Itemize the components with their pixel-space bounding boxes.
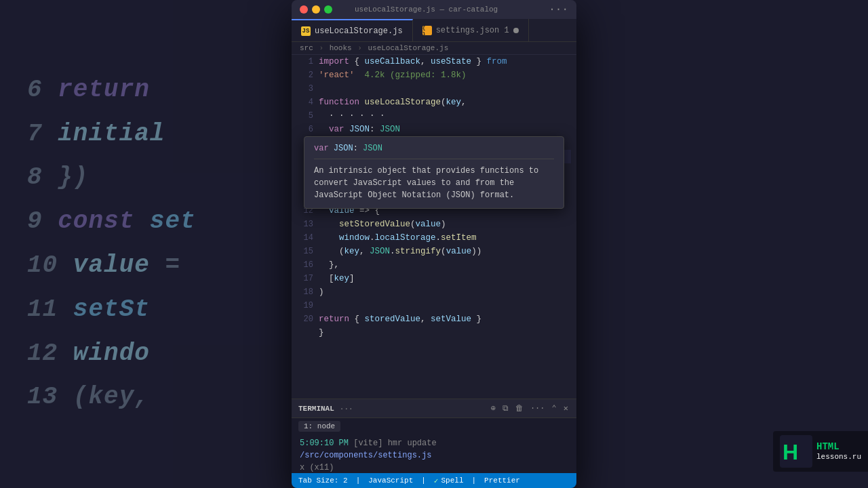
ln-16: 16	[292, 258, 313, 272]
code-line-14: },	[319, 258, 571, 272]
status-tab-size[interactable]: Tab Size: 2	[298, 476, 348, 485]
code-line-1b: 'react' 4.2k (gzipped: 1.8k)	[319, 68, 571, 82]
watermark-text: HTML lessons.ru	[816, 441, 861, 462]
watermark-lessons-text: lessons.ru	[816, 453, 861, 462]
terminal-panel: TERMINAL ··· ⊕ ⧉ 🗑 ··· ⌃ ✕ 1: node 5:09:…	[292, 399, 576, 473]
tooltip-description: An intrinsic object that provides functi…	[314, 165, 554, 201]
status-language[interactable]: JavaScript	[368, 476, 413, 485]
breadcrumb-sep-2: ›	[357, 44, 366, 52]
code-line-1: import { useCallback, useState } from	[319, 55, 571, 68]
terminal-repeat-text: x (x11)	[300, 463, 334, 472]
status-prettier[interactable]: Prettier	[484, 476, 520, 485]
code-line-20	[319, 340, 571, 353]
breadcrumb-sep-1: ›	[319, 44, 328, 52]
tooltip-colon: :	[353, 144, 363, 153]
status-sep-1: |	[356, 476, 361, 485]
code-content: import { useCallback, useState } from 'r…	[319, 55, 576, 399]
terminal-split-icon[interactable]: ⧉	[501, 403, 510, 415]
status-sep-2: |	[421, 476, 426, 485]
breadcrumb: src › hooks › useLocalStorage.js	[292, 42, 576, 55]
ln-20: 20	[292, 312, 313, 326]
terminal-timestamp: 5:09:10 PM	[300, 439, 349, 448]
ln-5: 5	[292, 109, 313, 123]
code-line-19: }	[319, 326, 571, 340]
watermark: H HTML lessons.ru	[773, 431, 868, 472]
close-button[interactable]	[300, 5, 308, 14]
window-title: useLocalStorage.js — car-catalog	[308, 5, 545, 14]
ln-6: 6	[292, 123, 313, 136]
line-numbers: 1 2 3 4 5 6 7 8 9 10 11 12 13 14 15 16 1…	[292, 55, 319, 399]
code-line-3: function useLocalStorage(key,	[319, 96, 571, 109]
ln-14: 14	[292, 231, 313, 245]
terminal-add-icon[interactable]: ⊕	[490, 402, 497, 415]
terminal-icons: ⊕ ⧉ 🗑 ··· ⌃ ✕	[490, 402, 570, 415]
tooltip-type: JSON	[363, 144, 382, 153]
code-line-18: return { storedValue, setValue }	[319, 312, 571, 326]
tooltip-var-keyword: var	[314, 144, 334, 153]
code-line-16: )	[319, 285, 571, 299]
json-file-icon: { }	[422, 26, 432, 35]
tooltip-var-name: JSON	[334, 144, 353, 153]
ln-1: 1	[292, 55, 313, 68]
code-line-17	[319, 299, 571, 312]
tab-label-settings: settings.json 1	[436, 26, 509, 35]
status-sep-3: |	[472, 476, 477, 485]
watermark-logo-icon: H	[780, 435, 812, 468]
tooltip-declaration: var JSON: JSON	[314, 144, 554, 159]
code-area: var JSON: JSON An intrinsic object that …	[292, 55, 576, 399]
ln-18: 18	[292, 285, 313, 299]
ln-19: 19	[292, 299, 313, 312]
status-spell-label[interactable]: Spell	[441, 476, 463, 485]
terminal-minimize-icon[interactable]: ⌃	[551, 402, 558, 415]
ln-3: 3	[292, 82, 313, 96]
code-line-4: · · · · · ·	[319, 109, 571, 123]
terminal-content: 5:09:10 PM [vite] hmr update /src/compon…	[292, 434, 576, 473]
code-line-12: window.localStorage.setItem	[319, 231, 571, 245]
code-line-11: setStoredValue(value)	[319, 218, 571, 231]
code-scroll-area[interactable]: 1 2 3 4 5 6 7 8 9 10 11 12 13 14 15 16 1…	[292, 55, 576, 399]
breadcrumb-file[interactable]: useLocalStorage.js	[368, 44, 448, 52]
tab-uselocalstorage[interactable]: JS useLocalStorage.js	[292, 19, 413, 41]
code-line-4b: var JSON: JSON	[319, 123, 571, 136]
editor-window: useLocalStorage.js — car-catalog ··· JS …	[292, 0, 576, 488]
tab-bar: JS useLocalStorage.js { } settings.json …	[292, 19, 576, 42]
terminal-tabs: 1: node	[292, 418, 576, 434]
ln-17: 17	[292, 272, 313, 285]
code-line-13: (key, JSON.stringify(value))	[319, 245, 571, 258]
breadcrumb-hooks[interactable]: hooks	[330, 44, 352, 52]
status-check-icon: ✓	[434, 476, 439, 485]
terminal-log-line: 5:09:10 PM [vite] hmr update /src/compon…	[300, 437, 568, 462]
status-spell: ✓ Spell	[434, 476, 464, 485]
tab-modified-dot	[513, 28, 519, 33]
terminal-repeat-line: x (x11)	[300, 462, 568, 473]
terminal-close-icon[interactable]: ✕	[562, 402, 570, 415]
title-bar: useLocalStorage.js — car-catalog ···	[292, 0, 576, 19]
more-options-icon[interactable]: ···	[549, 3, 568, 16]
ln-4: 4	[292, 96, 313, 109]
terminal-more-icon[interactable]: ···	[340, 405, 353, 413]
terminal-path: /src/components/settings.js	[300, 451, 431, 460]
terminal-trash-icon[interactable]: 🗑	[514, 402, 525, 415]
js-file-icon: JS	[301, 26, 311, 36]
terminal-header: TERMINAL ··· ⊕ ⧉ 🗑 ··· ⌃ ✕	[292, 399, 576, 418]
code-line-15: [key]	[319, 272, 571, 285]
ln-2: 2	[292, 68, 313, 82]
ln-15: 15	[292, 245, 313, 258]
svg-text:H: H	[783, 440, 798, 464]
hover-tooltip: var JSON: JSON An intrinsic object that …	[304, 136, 564, 209]
terminal-more2-icon[interactable]: ···	[529, 403, 547, 415]
terminal-vite-text: [vite] hmr update	[353, 439, 436, 448]
watermark-html-text: HTML	[816, 441, 861, 453]
code-line-2	[319, 82, 571, 96]
ln-13: 13	[292, 218, 313, 231]
terminal-tab-node[interactable]: 1: node	[298, 421, 340, 432]
terminal-title-label: TERMINAL	[298, 405, 334, 413]
tab-label-uselocalstorage: useLocalStorage.js	[315, 26, 403, 36]
tab-settings[interactable]: { } settings.json 1	[413, 19, 529, 41]
status-bar: Tab Size: 2 | JavaScript | ✓ Spell | Pre…	[292, 473, 576, 488]
breadcrumb-src[interactable]: src	[300, 44, 313, 52]
